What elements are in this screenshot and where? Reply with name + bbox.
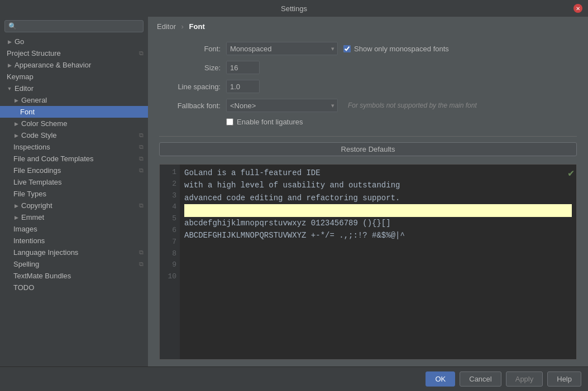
- window-title: Settings: [281, 4, 307, 13]
- gutter-line-6: 6: [163, 225, 176, 236]
- sidebar-item-textmate-bundles[interactable]: TextMate Bundles: [0, 270, 148, 282]
- settings-window: Settings ✕ 🔍 GoProject Structure⧉Appeara…: [0, 0, 588, 391]
- sidebar-label-file-types: File Types: [13, 190, 46, 198]
- fallback-font-field-row: Fallback font: <None>ArialCourier New Fo…: [159, 99, 577, 112]
- copy-icon-spelling: ⧉: [139, 260, 144, 268]
- line-spacing-label: Line spacing:: [159, 83, 226, 91]
- sidebar-items-container: GoProject Structure⧉Appearance & Behavio…: [0, 36, 148, 293]
- restore-defaults-button[interactable]: Restore Defaults: [159, 142, 577, 156]
- copy-icon-copyright: ⧉: [139, 202, 144, 209]
- ligatures-control: Enable font ligatures: [226, 118, 303, 126]
- copy-icon-file-encodings: ⧉: [139, 167, 144, 174]
- sidebar-item-file-types[interactable]: File Types: [0, 188, 148, 200]
- sidebar-label-color-scheme: Color Scheme: [21, 119, 67, 128]
- font-combo-wrapper[interactable]: MonospacedArialCourier NewConsolasDejaVu…: [226, 42, 338, 55]
- code-line-6: ABCDEFGHIJKLMNOPQRSTUVWXYZ +-*/= .,;:!? …: [184, 229, 572, 242]
- sidebar-label-project-structure: Project Structure: [7, 49, 61, 57]
- line-spacing-input[interactable]: [226, 80, 260, 93]
- breadcrumb: Editor › Font: [148, 17, 588, 35]
- gutter-line-5: 5: [163, 213, 176, 225]
- font-select[interactable]: MonospacedArialCourier NewConsolasDejaVu…: [226, 42, 338, 55]
- copy-icon-inspections: ⧉: [139, 143, 144, 151]
- size-input[interactable]: [226, 61, 260, 74]
- monospaced-label: Show only monospaced fonts: [354, 45, 449, 53]
- sidebar-item-live-templates[interactable]: Live Templates: [0, 176, 148, 188]
- content-area: 🔍 GoProject Structure⧉Appearance & Behav…: [0, 17, 588, 366]
- font-label: Font:: [159, 45, 226, 53]
- sidebar-label-textmate-bundles: TextMate Bundles: [13, 272, 71, 280]
- sidebar-item-emmet[interactable]: Emmet: [0, 211, 148, 223]
- copy-icon-file-code-templates: ⧉: [139, 155, 144, 162]
- expand-arrow-go: [7, 39, 12, 45]
- gutter-line-10: 10: [163, 271, 176, 283]
- main-panel: Editor › Font Font: MonospacedArialCouri…: [148, 17, 588, 366]
- expand-arrow-general: [13, 98, 19, 103]
- cancel-button[interactable]: Cancel: [460, 371, 501, 387]
- fallback-font-combo-wrapper[interactable]: <None>ArialCourier New: [226, 99, 338, 112]
- code-line-4: [184, 204, 572, 216]
- sidebar-label-font: Font: [20, 108, 35, 116]
- sidebar-label-todo: TODO: [13, 283, 34, 292]
- ligatures-checkbox-label[interactable]: Enable font ligatures: [226, 118, 303, 126]
- size-control: [226, 61, 260, 74]
- sidebar-item-editor[interactable]: Editor: [0, 83, 148, 94]
- code-line-1: GoLand is a full-featured IDE: [184, 167, 572, 179]
- sidebar-item-keymap[interactable]: Keymap: [0, 71, 148, 83]
- fallback-font-select[interactable]: <None>ArialCourier New: [226, 99, 338, 112]
- expand-arrow-emmet: [13, 215, 19, 220]
- ligatures-checkbox[interactable]: [226, 118, 233, 125]
- sidebar-label-file-encodings: File Encodings: [13, 166, 61, 175]
- sidebar-item-code-style[interactable]: Code Style⧉: [0, 129, 148, 141]
- code-line-5: abcdefghijklmnopqrstuvwxyz 0123456789 ()…: [184, 217, 572, 229]
- titlebar: Settings ✕: [0, 0, 588, 17]
- sidebar-label-go: Go: [15, 37, 24, 46]
- sidebar-item-color-scheme[interactable]: Color Scheme: [0, 118, 148, 129]
- search-input[interactable]: [19, 22, 140, 30]
- sidebar-item-intentions[interactable]: Intentions: [0, 235, 148, 247]
- sidebar-item-appearance-behavior[interactable]: Appearance & Behavior: [0, 59, 148, 71]
- expand-arrow-code-style: [13, 133, 19, 138]
- help-button[interactable]: Help: [547, 371, 581, 387]
- preview-gutter: 12345678910: [160, 165, 180, 359]
- close-button[interactable]: ✕: [573, 4, 582, 13]
- apply-button[interactable]: Apply: [506, 371, 543, 387]
- code-line-2: with a high level of usability and outst…: [184, 179, 572, 191]
- sidebar-item-file-code-templates[interactable]: File and Code Templates⧉: [0, 153, 148, 165]
- sidebar-label-live-templates: Live Templates: [13, 178, 61, 186]
- ligatures-field-row: Enable font ligatures: [159, 118, 577, 126]
- sidebar-label-editor: Editor: [15, 84, 34, 93]
- sidebar-item-copyright[interactable]: Copyright⧉: [0, 200, 148, 211]
- sidebar-label-general: General: [21, 96, 47, 104]
- code-line-8: [184, 254, 572, 267]
- search-box[interactable]: 🔍: [4, 20, 144, 32]
- monospaced-checkbox[interactable]: [343, 45, 351, 52]
- size-label: Size:: [159, 64, 226, 72]
- sidebar-item-inspections[interactable]: Inspections⧉: [0, 141, 148, 153]
- sidebar-item-spelling[interactable]: Spelling⧉: [0, 258, 148, 270]
- preview-code: GoLand is a full-featured IDEwith a high…: [180, 165, 576, 359]
- sidebar-label-language-injections: Language Injections: [13, 248, 78, 257]
- code-line-7: [184, 242, 572, 254]
- code-line-3: advanced code editing and refactoring su…: [184, 192, 572, 204]
- sidebar-item-go[interactable]: Go: [0, 36, 148, 47]
- sidebar-item-font[interactable]: Font: [0, 106, 148, 118]
- footer: OK Cancel Apply Help: [0, 366, 588, 391]
- sidebar-item-file-encodings[interactable]: File Encodings⧉: [0, 165, 148, 176]
- code-line-9: [184, 267, 572, 279]
- copy-icon-language-injections: ⧉: [139, 249, 144, 256]
- sidebar-item-language-injections[interactable]: Language Injections⧉: [0, 247, 148, 258]
- ok-button[interactable]: OK: [426, 371, 455, 387]
- line-spacing-control: [226, 80, 260, 93]
- preview-area: 12345678910 GoLand is a full-featured ID…: [159, 164, 577, 360]
- sidebar-item-todo[interactable]: TODO: [0, 282, 148, 293]
- monospaced-checkbox-label[interactable]: Show only monospaced fonts: [343, 45, 449, 53]
- gutter-line-1: 1: [163, 167, 176, 178]
- gutter-line-7: 7: [163, 236, 176, 248]
- sidebar-item-general[interactable]: General: [0, 94, 148, 106]
- sidebar-item-project-structure[interactable]: Project Structure⧉: [0, 47, 148, 59]
- expand-arrow-editor: [7, 86, 12, 91]
- fallback-font-control: <None>ArialCourier New For symbols not s…: [226, 99, 477, 112]
- sidebar-item-images[interactable]: Images: [0, 223, 148, 235]
- gutter-line-2: 2: [163, 178, 176, 190]
- breadcrumb-separator: ›: [181, 22, 184, 31]
